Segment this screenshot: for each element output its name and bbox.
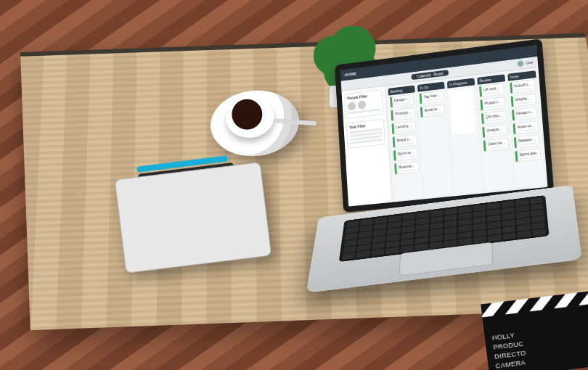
kanban-card[interactable]: Email template A (420, 104, 445, 118)
kanban-card[interactable]: Prototype feedback (391, 107, 415, 121)
drawing-tablet (115, 162, 271, 274)
kanban-column[interactable]: BacklogDesign review meetingPrototype fe… (388, 86, 422, 200)
column-cards: Kickoff notesWireframes v1Design systemA… (508, 78, 544, 188)
kanban-card[interactable]: Wireframes v1 (511, 93, 537, 107)
kanban-board[interactable]: BacklogDesign review meetingPrototype fe… (385, 67, 547, 203)
kanban-card[interactable]: Release 1.2 (514, 134, 540, 149)
card-title: Roadmap draft (399, 163, 416, 169)
kanban-card[interactable]: Asset export (513, 120, 539, 135)
kanban-card[interactable]: Kickoff notes (510, 79, 536, 94)
card-meta (394, 102, 412, 105)
user-chip[interactable]: User (518, 59, 534, 67)
card-meta (486, 118, 504, 122)
card-meta (398, 155, 415, 158)
sidebar: People Filter Task Filter (341, 86, 392, 207)
column-cards (447, 85, 482, 194)
kanban-card[interactable]: Analytics report (482, 124, 508, 139)
kanban-column[interactable]: To DoTag manager setupEmail template A (417, 82, 452, 197)
kanban-card[interactable]: UX writing review (479, 83, 505, 97)
card-meta (425, 112, 442, 115)
kanban-card[interactable]: QA checklist (481, 110, 507, 125)
card-meta (397, 142, 415, 146)
kanban-column[interactable]: DoneKickoff notesWireframes v1Design sys… (507, 70, 544, 188)
card-meta (487, 132, 505, 136)
sidebar-people-filter[interactable]: People Filter (344, 89, 383, 119)
card-meta (396, 115, 413, 119)
card-meta (484, 91, 502, 95)
kanban-card[interactable]: Sprint plan (515, 148, 541, 163)
card-meta (519, 142, 537, 146)
card-meta (485, 104, 503, 108)
card-meta (399, 169, 416, 172)
card-meta (520, 156, 538, 160)
empty-drop-zone[interactable] (449, 86, 477, 136)
kanban-card[interactable]: Client handoff (483, 138, 510, 152)
column-cards: Design review meetingPrototype feedbackL… (388, 92, 422, 200)
kanban-column[interactable]: ReviewUX writing reviewProject tracker t… (477, 74, 513, 191)
card-meta (424, 99, 441, 102)
user-label: User (526, 60, 534, 65)
laptop: HOME Calendar · Board User People Filter (309, 54, 571, 332)
kanban-card[interactable]: Design review meeting (390, 94, 415, 107)
card-meta (518, 128, 536, 132)
app-brand[interactable]: HOME (344, 72, 356, 78)
kanban-card[interactable]: Landing page copy (391, 120, 416, 134)
avatar-icon (518, 60, 524, 67)
app-screen: HOME Calendar · Board User People Filter (340, 45, 548, 206)
clapperboard: HOLLY PRODUC DIRECTO CAMERA DATE (481, 291, 588, 370)
card-meta (515, 88, 533, 91)
kanban-card[interactable]: Sprint retro notes (393, 147, 418, 161)
card-meta (396, 128, 414, 132)
coffee-cup (208, 86, 303, 160)
workspace-photo: HOME Calendar · Board User People Filter (0, 0, 588, 370)
kanban-column[interactable]: In Progress (447, 78, 483, 194)
app-content: People Filter Task Filter BacklogDe (341, 67, 547, 207)
card-meta (488, 146, 506, 149)
card-meta (515, 102, 534, 105)
sidebar-task-filter[interactable]: Task Filter (346, 118, 385, 149)
card-title: Sprint plan (519, 150, 537, 157)
kanban-card[interactable]: Brand color update (393, 134, 417, 148)
column-cards: UX writing reviewProject tracker taskQA … (478, 81, 513, 191)
laptop-lid: HOME Calendar · Board User People Filter (335, 38, 554, 213)
kanban-card[interactable]: Roadmap draft (394, 161, 419, 175)
card-meta (517, 115, 535, 118)
column-cards: Tag manager setupEmail template A (418, 89, 452, 197)
kanban-card[interactable]: Project tracker task (480, 96, 505, 111)
kanban-card[interactable]: Design system (512, 107, 538, 121)
kanban-card[interactable]: Tag manager setup (420, 90, 444, 104)
